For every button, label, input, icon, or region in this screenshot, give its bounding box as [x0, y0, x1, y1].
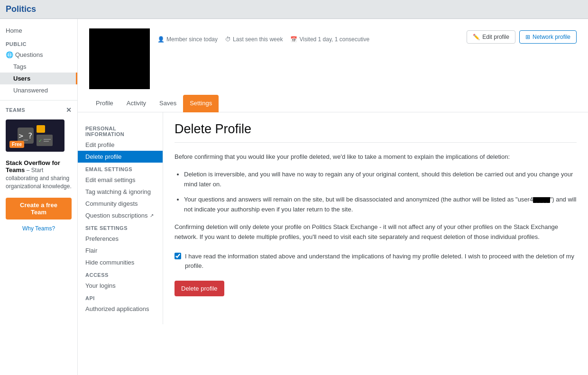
sidebar-item-questions[interactable]: 🌐 Questions — [0, 49, 77, 61]
settings-intro-text: Before confirming that you would like yo… — [175, 152, 577, 162]
avatar — [89, 28, 150, 89]
edit-icon: ✏️ — [473, 34, 480, 40]
settings-question-subscriptions-link[interactable]: Question subscriptions ↗ — [78, 210, 163, 221]
profile-left: 👤 Member since today ⏱ Last seen this we… — [89, 28, 369, 89]
sidebar-item-users[interactable]: Users — [0, 73, 77, 84]
globe-icon: 🌐 — [6, 51, 13, 58]
tab-activity[interactable]: Activity — [120, 95, 153, 112]
confirm-delete-label: I have read the information stated above… — [185, 252, 577, 272]
site-settings-section-label: SITE SETTINGS — [78, 221, 163, 233]
settings-delete-profile-link[interactable]: Delete profile — [78, 151, 163, 163]
profile-header: 👤 Member since today ⏱ Last seen this we… — [78, 19, 588, 89]
profile-meta: 👤 Member since today ⏱ Last seen this we… — [157, 28, 369, 43]
api-section-label: API — [78, 292, 163, 303]
settings-sidebar: PERSONAL INFORMATION Edit profile Delete… — [78, 112, 163, 324]
sidebar-item-tags[interactable]: Tags — [0, 61, 77, 73]
settings-hide-communities-link[interactable]: Hide communities — [78, 256, 163, 268]
settings-flair-link[interactable]: Flair — [78, 245, 163, 256]
main-content: 👤 Member since today ⏱ Last seen this we… — [78, 19, 588, 375]
tab-saves[interactable]: Saves — [153, 95, 183, 112]
sidebar-item-home[interactable]: Home — [0, 25, 77, 37]
teams-header: TEAMS ✕ — [0, 104, 77, 116]
settings-tag-watching-link[interactable]: Tag watching & ignoring — [78, 186, 163, 198]
network-icon: ⊞ — [525, 34, 530, 40]
teams-promo: Stack Overflow for Teams – Start collabo… — [0, 155, 77, 194]
sidebar-item-unanswered[interactable]: Unanswered — [0, 84, 77, 96]
settings-your-logins-link[interactable]: Your logins — [78, 280, 163, 292]
bullet-item-1: Deletion is irreversible, and you will h… — [184, 170, 577, 190]
settings-preferences-link[interactable]: Preferences — [78, 233, 163, 245]
create-team-button[interactable]: Create a free Team — [6, 198, 72, 220]
email-settings-section-label: EMAIL SETTINGS — [78, 163, 163, 174]
settings-authorized-apps-link[interactable]: Authorized applications — [78, 303, 163, 315]
confirm-checkbox-row: I have read the information stated above… — [175, 252, 577, 272]
profile-stats: 👤 Member since today ⏱ Last seen this we… — [157, 36, 369, 43]
member-since-stat: 👤 Member since today — [157, 36, 218, 43]
free-badge: Free — [9, 141, 24, 148]
last-seen-stat: ⏱ Last seen this week — [225, 36, 283, 43]
access-section-label: ACCESS — [78, 268, 163, 280]
settings-edit-email-link[interactable]: Edit email settings — [78, 174, 163, 186]
settings-edit-profile-link[interactable]: Edit profile — [78, 139, 163, 151]
settings-content: Delete Profile Before confirming that yo… — [163, 112, 588, 324]
page-title: Delete Profile — [175, 122, 577, 137]
top-bar: Politics — [0, 0, 588, 19]
site-name[interactable]: Politics — [6, 4, 36, 14]
edit-profile-button[interactable]: ✏️ Edit profile — [467, 30, 515, 44]
why-teams-link[interactable]: Why Teams? — [0, 223, 77, 234]
confirm-delete-checkbox[interactable] — [175, 253, 181, 259]
teams-section: TEAMS ✕ >_? ✓ — [0, 100, 77, 234]
calendar-icon: 📅 — [290, 36, 297, 43]
delete-profile-button[interactable]: Delete profile — [175, 281, 224, 296]
teams-logo: >_? ✓ Free — [6, 119, 64, 152]
network-profile-button[interactable]: ⊞ Network profile — [519, 30, 577, 44]
redacted-text: █████ — [533, 197, 550, 202]
settings-community-digests-link[interactable]: Community digests — [78, 198, 163, 210]
content-divider — [175, 142, 577, 143]
profile-actions: ✏️ Edit profile ⊞ Network profile — [467, 28, 577, 44]
member-icon: 👤 — [157, 36, 165, 43]
visited-stat: 📅 Visited 1 day, 1 consecutive — [290, 36, 369, 43]
teams-close-button[interactable]: ✕ — [66, 106, 72, 114]
external-link-icon: ↗ — [150, 213, 154, 218]
tab-settings[interactable]: Settings — [183, 95, 219, 112]
profile-tabs: Profile Activity Saves Settings — [78, 95, 588, 112]
settings-layout: PERSONAL INFORMATION Edit profile Delete… — [78, 112, 588, 324]
clock-icon: ⏱ — [225, 36, 231, 43]
implications-list: Deletion is irreversible, and you will h… — [184, 170, 577, 215]
personal-info-section-label: PERSONAL INFORMATION — [78, 122, 163, 139]
tab-profile[interactable]: Profile — [89, 95, 120, 112]
sidebar: Home PUBLIC 🌐 Questions Tags Users Unans… — [0, 19, 78, 375]
confirming-deletion-text: Confirming deletion will only delete you… — [175, 222, 577, 242]
sidebar-public-label: PUBLIC — [0, 37, 77, 49]
bullet-item-2: Your questions and answers will remain o… — [184, 195, 577, 215]
